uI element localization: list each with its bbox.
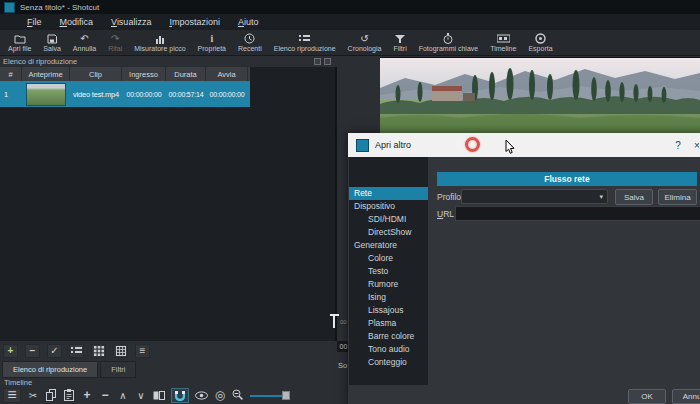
tab-filtri[interactable]: Filtri bbox=[100, 361, 136, 378]
save-profile-button[interactable]: Salva bbox=[615, 189, 653, 205]
row-thumbnail-cell bbox=[22, 81, 70, 107]
dialog-close-icon[interactable]: × bbox=[694, 133, 700, 157]
main-toolbar: Apri file Salva ↶ Annulla ↷ Rifai Misura… bbox=[0, 30, 700, 56]
open-file-icon bbox=[14, 33, 26, 44]
dialog-title: Apri altro bbox=[375, 140, 411, 150]
ripple-delete-icon[interactable]: − bbox=[99, 388, 111, 402]
landscape-frame bbox=[380, 58, 700, 136]
video-preview bbox=[380, 57, 700, 136]
network-stream-header: Flusso rete bbox=[437, 172, 697, 186]
overwrite-down-icon[interactable]: ∨ bbox=[135, 390, 147, 401]
zoom-out-icon[interactable] bbox=[232, 389, 244, 401]
list-item-directshow[interactable]: DirectShow bbox=[349, 226, 428, 239]
zoom-slider-handle[interactable] bbox=[282, 391, 290, 400]
filters-button[interactable]: Filtri bbox=[387, 30, 412, 55]
profile-dropdown[interactable]: ▾ bbox=[461, 189, 608, 204]
lift-icon[interactable]: ∧ bbox=[117, 390, 129, 401]
col-clip[interactable]: Clip bbox=[70, 67, 122, 81]
dialog-sidebar-list: Rete Dispositivo SDI/HDMI DirectShow Gen… bbox=[349, 157, 428, 385]
col-number[interactable]: # bbox=[0, 67, 22, 81]
dialog-app-icon bbox=[356, 139, 369, 152]
list-item-ising[interactable]: Ising bbox=[349, 291, 428, 304]
menu-file[interactable]: File bbox=[18, 15, 51, 29]
timeline-icon bbox=[497, 33, 510, 44]
add-icon[interactable]: + bbox=[3, 344, 18, 358]
view-details-icon[interactable] bbox=[69, 344, 84, 358]
cancel-button[interactable]: Annulla bbox=[672, 389, 700, 404]
update-icon[interactable]: ✓ bbox=[47, 344, 62, 358]
list-item-plasma[interactable]: Plasma bbox=[349, 317, 428, 330]
bottom-dock-tabs: Elenco di riproduzione Filtri bbox=[0, 361, 337, 378]
save-icon bbox=[47, 33, 57, 44]
playlist-panel-header: Elenco di riproduzione bbox=[0, 56, 337, 67]
list-item-tono-audio[interactable]: Tono audio bbox=[349, 343, 428, 356]
window-title: Senza titolo* - Shotcut bbox=[20, 3, 99, 12]
history-icon: ↺ bbox=[360, 33, 368, 44]
row-clip-name: video test.mp4 bbox=[70, 81, 122, 107]
col-start[interactable]: Avvia bbox=[206, 67, 248, 81]
float-panel-icon[interactable] bbox=[314, 58, 321, 65]
timeline-button[interactable]: Timeline bbox=[484, 30, 522, 55]
menu-icon[interactable]: ≡ bbox=[135, 344, 150, 358]
menu-impostazioni[interactable]: Impostazioni bbox=[160, 15, 229, 29]
timeline-menu-icon[interactable]: ≡ bbox=[3, 388, 21, 403]
list-item-lissajous[interactable]: Lissajous bbox=[349, 304, 428, 317]
playlist-table-header: # Anteprime Clip Ingresso Durata Avvia bbox=[0, 67, 250, 81]
recent-button[interactable]: Recenti bbox=[232, 30, 268, 55]
list-item-barre-colore[interactable]: Barre colore bbox=[349, 330, 428, 343]
export-button[interactable]: Esporta bbox=[522, 30, 558, 55]
list-item-rete[interactable]: Rete bbox=[349, 187, 428, 200]
ok-button[interactable]: OK bbox=[628, 389, 666, 404]
delete-profile-button[interactable]: Elimina bbox=[658, 189, 697, 205]
list-item-colore[interactable]: Colore bbox=[349, 252, 428, 265]
mouse-cursor bbox=[505, 140, 516, 155]
dialog-help-button[interactable]: ? bbox=[668, 133, 688, 157]
recent-icon bbox=[244, 33, 255, 44]
menu-modifica[interactable]: Modifica bbox=[51, 15, 103, 29]
zoom-slider[interactable] bbox=[250, 391, 292, 400]
source-tab-fragment: So bbox=[338, 361, 347, 370]
paste-icon[interactable] bbox=[63, 389, 75, 401]
tab-elenco-riproduzione[interactable]: Elenco di riproduzione bbox=[2, 361, 98, 378]
list-item-conteggio[interactable]: Conteggio bbox=[349, 356, 428, 369]
zoom-slider-track bbox=[250, 395, 284, 397]
history-button[interactable]: ↺ Cronologia bbox=[342, 30, 388, 55]
append-icon[interactable]: + bbox=[81, 388, 93, 402]
col-duration[interactable]: Durata bbox=[166, 67, 206, 81]
peak-meter-button[interactable]: Misuratore picco bbox=[128, 30, 191, 55]
list-item-sdi-hdmi[interactable]: SDI/HDMI bbox=[349, 213, 428, 226]
list-item-dispositivo[interactable]: Dispositivo bbox=[349, 200, 428, 213]
menu-visualizza[interactable]: Visualizza bbox=[102, 15, 160, 29]
split-icon[interactable] bbox=[153, 391, 165, 400]
view-icons-icon[interactable] bbox=[91, 344, 106, 358]
menu-aiuto[interactable]: Aiuto bbox=[229, 15, 268, 29]
snap-icon[interactable] bbox=[171, 388, 189, 403]
keyframes-button[interactable]: Fotogrammi chiave bbox=[413, 30, 485, 55]
view-tiles-icon[interactable] bbox=[113, 344, 128, 358]
scrub-icon[interactable] bbox=[195, 391, 208, 400]
list-item-testo[interactable]: Testo bbox=[349, 265, 428, 278]
url-input[interactable] bbox=[455, 206, 700, 221]
col-thumbnails[interactable]: Anteprime bbox=[22, 67, 70, 81]
timeline-toolbar: ≡ ✂ + − ∧ ∨ ◎ bbox=[0, 386, 348, 404]
apri-altro-dialog: Apri altro ? × Rete Dispositivo SDI/HDMI… bbox=[348, 133, 700, 404]
redo-button[interactable]: ↷ Rifai bbox=[102, 30, 128, 55]
cut-icon[interactable]: ✂ bbox=[27, 390, 39, 401]
remove-icon[interactable]: − bbox=[25, 344, 40, 358]
list-item-generatore[interactable]: Generatore bbox=[349, 239, 428, 252]
playlist-button[interactable]: Elenco riproduzione bbox=[268, 30, 342, 55]
redo-icon: ↷ bbox=[111, 33, 119, 44]
properties-button[interactable]: i Proprietà bbox=[192, 30, 232, 55]
list-item-rumore[interactable]: Rumore bbox=[349, 278, 428, 291]
ripple-icon[interactable]: ◎ bbox=[214, 388, 226, 402]
playlist-row-selected[interactable]: 1 video test.mp4 00:00:00:00 00:00:57:14… bbox=[0, 81, 250, 107]
copy-icon[interactable] bbox=[45, 389, 57, 401]
dialog-titlebar[interactable]: Apri altro bbox=[348, 133, 700, 157]
row-start-time: 00:00:00:00 bbox=[206, 81, 248, 107]
save-button[interactable]: Salva bbox=[37, 30, 67, 55]
col-in[interactable]: Ingresso bbox=[122, 67, 166, 81]
close-panel-icon[interactable] bbox=[324, 58, 331, 65]
row-duration: 00:00:57:14 bbox=[166, 81, 206, 107]
open-file-button[interactable]: Apri file bbox=[2, 30, 37, 55]
undo-button[interactable]: ↶ Annulla bbox=[67, 30, 102, 55]
